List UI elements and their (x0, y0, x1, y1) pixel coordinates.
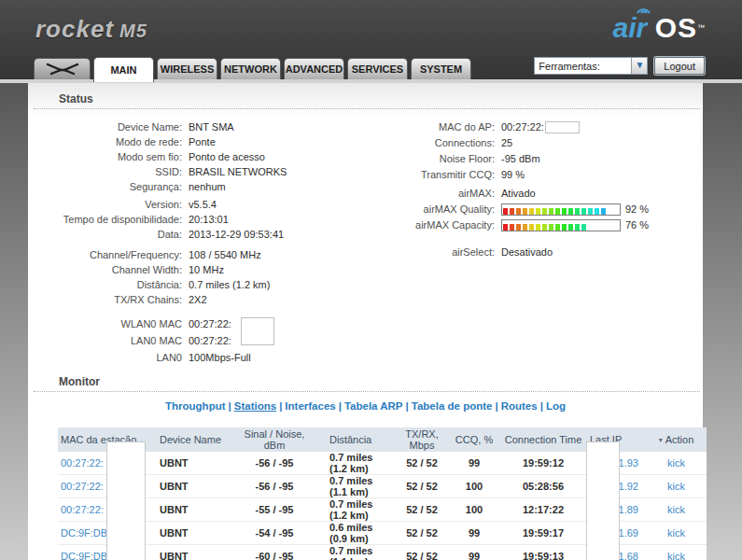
ccq-cell: 99 (450, 452, 498, 475)
status-label: Transmitir CCQ: (392, 167, 495, 183)
status-value: Ponto de acesso (189, 151, 265, 162)
tab-ubiquiti-logo[interactable] (34, 58, 91, 79)
status-left-column: Device Name:BNT SMAModo de rede:PonteMod… (28, 119, 392, 366)
kick-link-cell: kick (646, 475, 707, 498)
monitor-link-log[interactable]: Log (546, 400, 566, 412)
last-ip-link[interactable]: 1.93 (619, 457, 638, 469)
status-row: airMAX Capacity:76 % (392, 217, 703, 233)
status-value: 0.7 miles (1.2 km) (189, 279, 270, 290)
status-label: airMAX: (392, 186, 495, 202)
status-value: 100Mbps-Full (189, 352, 251, 363)
status-row: TX/RX Chains:2X2 (28, 292, 392, 307)
status-value: v5.5.4 (189, 199, 217, 210)
column-header-ccq-[interactable]: CCQ, % (450, 427, 498, 452)
column-header-tx-rx-mbps[interactable]: TX/RX, Mbps (394, 427, 450, 452)
status-value: 00:27:22: (189, 335, 231, 346)
logout-button[interactable]: Logout (654, 57, 705, 75)
monitor-section-title: Monitor (34, 366, 700, 392)
station-mac-link[interactable]: DC:9F:DB (61, 551, 107, 560)
signal-noise-cell: -55 / -95 (231, 498, 317, 522)
kick-link[interactable]: kick (667, 457, 685, 469)
status-row: airSelect:Desativado (392, 245, 703, 260)
status-row: Connections:25 (392, 135, 703, 151)
separator: | (336, 400, 344, 412)
dropdown-arrow-icon[interactable]: ▼ (631, 58, 647, 74)
station-mac-link[interactable]: 00:27:22: (61, 457, 104, 469)
column-header-dist-ncia[interactable]: Distância (317, 427, 394, 452)
airmax-meter (501, 203, 621, 216)
status-row: Noise Floor:-95 dBm (392, 151, 703, 167)
station-mac-link[interactable]: 00:27:22: (61, 481, 104, 492)
status-group: Device Name:BNT SMAModo de rede:PonteMod… (28, 119, 392, 194)
header-controls: Ferramentas: ▼ Logout (534, 57, 705, 75)
status-row: Modo sem fio:Ponto de acesso (28, 149, 392, 164)
txrx-rate-cell: 52 / 52 (394, 475, 450, 498)
connection-time-cell: 05:28:56 (498, 475, 588, 498)
last-ip-link[interactable]: 1.69 (619, 527, 638, 539)
tab-network[interactable]: NETWORK (220, 58, 281, 79)
separator: | (276, 400, 285, 412)
tab-advanced[interactable]: ADVANCED (284, 58, 344, 79)
signal-noise-cell: -54 / -95 (231, 522, 317, 545)
monitor-link-tabela-arp[interactable]: Tabela ARP (344, 400, 403, 412)
monitor-link-throughput[interactable]: Throughput (165, 400, 226, 412)
status-label: Data: (28, 227, 182, 242)
kick-link[interactable]: kick (667, 504, 685, 515)
separator: | (538, 400, 546, 412)
column-header-sinal-noise-dbm[interactable]: Sinal / Noise, dBm (231, 427, 317, 452)
top-header: rocketM5 air OS™ MAINWIRELESSNETWORKADVA… (0, 0, 742, 79)
tab-wireless[interactable]: WIRELESS (157, 58, 217, 79)
monitor-link-stations[interactable]: Stations (234, 400, 276, 412)
sort-arrow-icon[interactable]: ▾ (659, 436, 663, 444)
status-section-title: Status (34, 83, 700, 109)
status-row: Version:v5.5.4 (28, 197, 392, 212)
device-name-cell: UBNT (157, 452, 231, 475)
status-row: Segurança:nenhum (28, 179, 392, 194)
status-row: Modo de rede:Ponte (28, 134, 392, 149)
status-row: WLAN0 MAC00:27:22: (28, 315, 392, 332)
tab-system[interactable]: SYSTEM (411, 58, 471, 79)
distance-cell: 0.7 miles (1.1 km) (317, 545, 394, 560)
ccq-cell: 100 (450, 475, 498, 498)
separator: | (403, 400, 412, 412)
tab-main[interactable]: MAIN (93, 57, 154, 82)
logo-model-text: M5 (119, 21, 147, 41)
distance-cell: 0.6 miles (0.9 km) (317, 522, 394, 545)
station-mac-link[interactable]: DC:9F:DB (61, 527, 107, 539)
monitor-link-interfaces[interactable]: Interfaces (285, 400, 335, 412)
tools-select-value: Ferramentas: (535, 61, 631, 72)
status-label: Modo de rede: (28, 134, 182, 149)
status-label: airSelect: (392, 245, 495, 260)
column-header-action[interactable]: ▾Action (646, 427, 707, 452)
monitor-link-routes[interactable]: Routes (501, 400, 538, 412)
status-value: 108 / 5540 MHz (189, 249, 261, 260)
status-row: LAN0 MAC00:27:22: (28, 332, 392, 349)
kick-link[interactable]: kick (667, 527, 685, 539)
last-ip-link[interactable]: 1.92 (619, 481, 638, 492)
status-row: SSID:BRASIL NETWORKS (28, 164, 392, 179)
status-label: Channel/Frequency: (28, 247, 182, 262)
column-header-device-name[interactable]: Device Name (157, 427, 231, 452)
connection-time-cell: 19:59:12 (498, 452, 588, 475)
kick-link[interactable]: kick (667, 551, 685, 560)
ubiquiti-logo-icon (46, 63, 79, 76)
last-ip-link[interactable]: 1.89 (619, 504, 638, 515)
status-group: Version:v5.5.4Tempo de disponibilidade:2… (28, 197, 392, 242)
tab-services[interactable]: SERVICES (347, 58, 408, 79)
trademark: ™ (697, 23, 705, 32)
monitor-link-tabela-de-ponte[interactable]: Tabela de ponte (412, 400, 493, 412)
tools-select[interactable]: Ferramentas: ▼ (534, 57, 648, 75)
last-ip-link[interactable]: 1.68 (619, 551, 638, 560)
separator: | (226, 400, 234, 412)
status-value: 2013-12-29 09:53:41 (189, 229, 284, 240)
airos-logo: air OS™ (613, 12, 705, 44)
station-mac-link[interactable]: 00:27:22: (61, 504, 104, 515)
kick-link-cell: kick (646, 452, 707, 475)
connection-time-cell: 19:59:17 (498, 522, 588, 545)
kick-link[interactable]: kick (667, 481, 685, 492)
status-row: airMAX Quality:92 % (392, 202, 703, 217)
signal-noise-cell: -56 / -95 (231, 452, 317, 475)
column-header-connection-time[interactable]: Connection Time (498, 427, 588, 452)
signal-noise-cell: -56 / -95 (231, 475, 317, 498)
connection-time-cell: 19:59:13 (498, 545, 588, 560)
